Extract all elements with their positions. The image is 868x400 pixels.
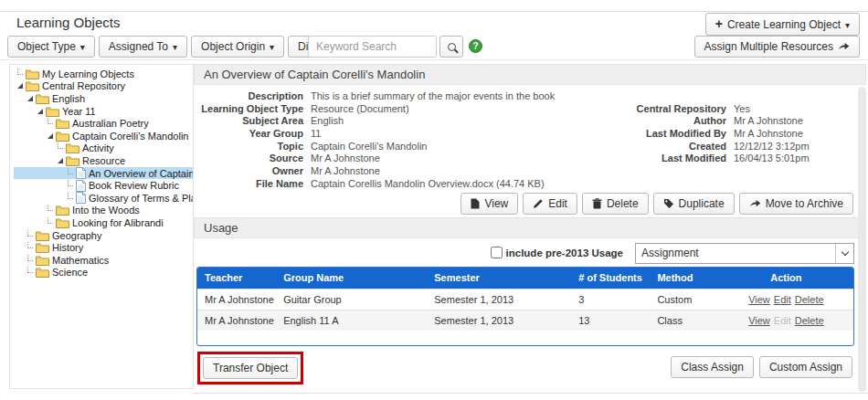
caret-down-icon: [173, 40, 177, 53]
tree-connector: [26, 242, 35, 253]
tree-item-my-learning-objects[interactable]: My Learning Objects: [14, 68, 193, 80]
detail-value: Yes: [726, 103, 863, 116]
filter-label: Object Type: [17, 40, 76, 53]
tree-item-an-overview-of-captain-corelli-s-mandolin[interactable]: An Overview of Captain Corelli's Mandoli…: [14, 167, 193, 180]
tree-item-label: History: [52, 242, 83, 253]
tree-connector: [46, 205, 55, 216]
usage-type-select[interactable]: Assignment: [635, 243, 854, 264]
view-link[interactable]: View: [748, 315, 770, 326]
tree-item-book-review-rubric[interactable]: Book Review Rubric: [14, 179, 193, 192]
caret-down-icon: [845, 18, 850, 31]
detail-value: Captain Corelli's Mandolin: [303, 141, 527, 153]
tree-item-label: Glossary of Terms & Places: [89, 193, 193, 204]
usage-table: TeacherGroup NameSemester# of StudentsMe…: [197, 268, 853, 331]
view-link[interactable]: View: [748, 294, 770, 305]
create-learning-object-button[interactable]: Create Learning Object: [705, 13, 860, 36]
tree-item-central-repository[interactable]: Central Repository: [14, 80, 193, 93]
tree-item-geography[interactable]: Geography: [14, 229, 193, 242]
folder-icon: [36, 93, 49, 104]
tree-item-label: Australian Poetry: [72, 118, 149, 129]
annotation-highlight-box: Transfer Object: [197, 352, 303, 384]
detail-value: Captain Corellis Mandolin Overview.docx …: [303, 178, 527, 191]
caret-down-icon: [80, 40, 85, 53]
tree-item-label: Science: [52, 267, 88, 278]
tree-collapse-toggle[interactable]: [36, 106, 45, 117]
edit-button[interactable]: Edit: [523, 193, 577, 215]
action-cell: ViewEditDelete: [719, 310, 853, 331]
folder-icon: [66, 142, 79, 153]
custom-assign-button[interactable]: Custom Assign: [759, 356, 852, 378]
tree-item-history[interactable]: History: [14, 241, 193, 254]
arrow-right-icon: [838, 42, 850, 51]
table-cell: Mr A Johnstone: [197, 310, 276, 331]
tree-collapse-toggle[interactable]: [16, 80, 25, 91]
tree-item-year-11[interactable]: Year 11: [14, 105, 193, 118]
tree-item-resource[interactable]: Resource: [14, 154, 193, 167]
detail-title: An Overview of Captain Corelli's Mandoli…: [204, 68, 425, 81]
move-to-archive-button[interactable]: Move to Archive: [739, 193, 853, 215]
tree-item-label: Activity: [82, 142, 114, 153]
create-learning-object-label: Create Learning Object: [727, 18, 841, 31]
tree-item-label: Central Repository: [42, 80, 125, 91]
tree-item-mathematics[interactable]: Mathematics: [14, 254, 193, 267]
table-row: Mr A JohnstoneEnglish 11 ASemester 1, 20…: [197, 310, 853, 331]
tree-item-english[interactable]: English: [14, 92, 193, 105]
tree-item-australian-poetry[interactable]: Australian Poetry: [14, 117, 193, 130]
filter-button-assigned-to[interactable]: Assigned To: [99, 36, 187, 58]
help-icon[interactable]: [469, 39, 482, 53]
tree-item-glossary-of-terms-places[interactable]: Glossary of Terms & Places: [14, 192, 193, 205]
detail-value: Mr A Johnstone: [726, 115, 863, 128]
learning-objects-tree: My Learning ObjectsCentral RepositoryEng…: [9, 64, 194, 389]
folder-icon: [36, 267, 49, 278]
delete-link[interactable]: Delete: [795, 294, 824, 305]
detail-label: [527, 165, 726, 178]
tree-item-science[interactable]: Science: [14, 267, 193, 279]
tree-item-captain-corelli-s-mandolin[interactable]: Captain Corelli's Mandolin: [14, 130, 193, 142]
assign-multiple-resources-button[interactable]: Assign Multiple Resources: [694, 36, 860, 58]
tree-item-activity[interactable]: Activity: [14, 142, 193, 155]
detail-label: Created: [527, 141, 726, 153]
tree-collapse-toggle[interactable]: [56, 155, 65, 166]
view-button[interactable]: View: [460, 193, 518, 215]
table-cell: 3: [571, 289, 650, 310]
detail-value: 12/12/12 3:12pm: [726, 141, 863, 153]
include-pre-2013-checkbox[interactable]: [491, 247, 503, 258]
table-cell: English 11 A: [276, 310, 427, 331]
filter-button-object-origin[interactable]: Object Origin: [191, 36, 284, 58]
filter-label: Object Origin: [201, 40, 265, 53]
keyword-search-input[interactable]: [308, 36, 437, 58]
move-to-archive-icon: [749, 199, 761, 208]
usage-panel-header: Usage: [194, 217, 866, 238]
filter-button-object-type[interactable]: Object Type: [7, 36, 95, 58]
tree-item-looking-for-alibrandi[interactable]: Looking for Alibrandi: [14, 216, 193, 229]
usage-title: Usage: [204, 221, 238, 235]
usage-type-select-value: Assignment: [636, 244, 835, 263]
table-cell: Semester 1, 2013: [427, 310, 571, 331]
scrollbar-track[interactable]: [858, 87, 866, 392]
action-cell: ViewEditDelete: [719, 289, 853, 310]
table-cell: 13: [571, 310, 650, 331]
tree-item-label: Captain Corelli's Mandolin: [72, 131, 188, 142]
delete-button[interactable]: Delete: [582, 193, 649, 215]
detail-label: Owner: [194, 165, 303, 178]
tree-collapse-toggle[interactable]: [46, 131, 55, 142]
select-dropdown-button[interactable]: [835, 244, 853, 263]
folder-icon: [56, 118, 69, 129]
column-header-of-students: # of Students: [571, 268, 650, 289]
table-cell: Guitar Group: [276, 289, 427, 310]
delete-link[interactable]: Delete: [795, 315, 824, 326]
edit-icon: [533, 198, 544, 209]
duplicate-button[interactable]: Duplicate: [653, 193, 735, 215]
class-assign-button[interactable]: Class Assign: [671, 356, 754, 378]
tree-collapse-toggle[interactable]: [26, 93, 35, 104]
tree-item-label: Into the Woods: [72, 205, 140, 216]
edit-link[interactable]: Edit: [774, 294, 791, 305]
search-button[interactable]: [439, 36, 463, 58]
transfer-object-button[interactable]: Transfer Object: [203, 357, 298, 379]
column-header-semester: Semester: [427, 268, 571, 289]
assign-multiple-resources-label: Assign Multiple Resources: [704, 40, 833, 53]
tree-item-into-the-woods[interactable]: Into the Woods: [14, 205, 193, 217]
folder-icon: [36, 242, 49, 253]
detail-value: Mr A Johnstone: [726, 128, 863, 141]
detail-value: [726, 90, 863, 103]
